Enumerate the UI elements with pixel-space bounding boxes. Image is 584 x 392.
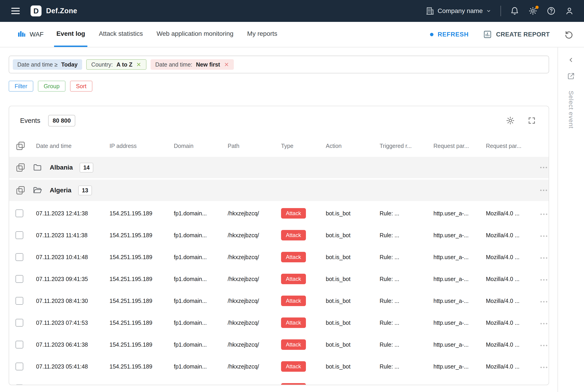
section-tabbar: WAF Event log Attack statistics Web appl…	[0, 22, 584, 48]
row-menu-icon[interactable]	[540, 342, 548, 348]
row-checkbox[interactable]	[16, 210, 23, 217]
topbar-divider	[500, 6, 501, 16]
row-menu-icon[interactable]	[540, 385, 548, 386]
cell-action: bot.is_bot	[326, 363, 380, 370]
cell-datetime: 07.11.2023 08:41:30	[36, 298, 110, 304]
cell-triggered-rule: Rule: ...	[380, 320, 433, 326]
row-checkbox[interactable]	[16, 253, 23, 261]
group-row-algeria[interactable]: Algeria 13	[9, 180, 549, 201]
table-row[interactable]: 07.11.2023 07:41:53 154.251.195.189 fp1.…	[9, 312, 549, 334]
hamburger-icon	[11, 6, 20, 16]
row-checkbox[interactable]	[16, 275, 23, 283]
bar-chart-icon	[483, 30, 492, 39]
gear-icon	[506, 116, 515, 125]
create-report-button[interactable]: CREATE REPORT	[483, 30, 550, 39]
cell-action: bot.is_bot	[326, 210, 380, 217]
account-button[interactable]	[565, 6, 574, 16]
select-all-icon[interactable]	[16, 141, 26, 151]
table-row[interactable]: 07.11.2023 12:41:38 154.251.195.189 fp1.…	[9, 202, 549, 224]
settings-button[interactable]	[528, 6, 537, 16]
column-header-action[interactable]: Action	[326, 143, 380, 149]
filter-chip-country-sort[interactable]: Country: A to Z	[86, 59, 146, 70]
table-settings-button[interactable]	[506, 116, 515, 125]
main-column: Date and time ≥ Today Country: A to Z Da…	[0, 48, 557, 392]
row-menu-icon[interactable]	[540, 363, 548, 370]
cell-triggered-rule: Rule: ...	[380, 254, 433, 260]
bell-icon	[510, 6, 519, 16]
table-row[interactable]: 07.11.2023 05:41:48 154.251.195.189 fp1.…	[9, 356, 549, 378]
filter-chip-date-sort[interactable]: Date and time: New first	[151, 59, 234, 70]
column-header-type[interactable]: Type	[281, 143, 326, 149]
attack-type-badge: Attack	[281, 361, 306, 372]
select-group-icon[interactable]	[16, 185, 26, 195]
row-menu-icon[interactable]	[540, 232, 548, 238]
open-panel-button[interactable]	[567, 72, 575, 80]
refresh-button[interactable]: REFRESH	[430, 31, 469, 38]
row-menu-icon[interactable]	[540, 298, 548, 304]
column-header-triggered-rule[interactable]: Triggered r...	[380, 143, 433, 149]
table-row[interactable]: 07.11.2023 11:41:38 154.251.195.189 fp1.…	[9, 224, 549, 246]
tab-attack-statistics[interactable]: Attack statistics	[97, 22, 145, 47]
waf-label: WAF	[30, 31, 44, 38]
column-header-ip[interactable]: IP address	[110, 143, 174, 149]
sort-button[interactable]: Sort	[70, 81, 92, 92]
column-header-datetime[interactable]: Date and time	[36, 143, 110, 149]
remove-chip-icon[interactable]	[224, 62, 229, 67]
row-checkbox[interactable]	[16, 341, 23, 348]
remove-chip-icon[interactable]	[136, 62, 141, 67]
table-row[interactable]: Attack	[9, 378, 549, 385]
group-menu-icon[interactable]	[539, 166, 549, 169]
group-name: Algeria	[50, 187, 71, 194]
cell-domain: fp1.domain...	[174, 320, 228, 326]
cell-request-params-1: http.user_a-...	[433, 298, 486, 304]
table-row[interactable]: 07.11.2023 10:41:48 154.251.195.189 fp1.…	[9, 246, 549, 268]
group-count-badge: 14	[80, 163, 93, 172]
tab-web-application-monitoring[interactable]: Web application monitoring	[154, 22, 236, 47]
select-group-icon[interactable]	[16, 162, 26, 172]
help-button[interactable]	[546, 6, 556, 16]
notifications-button[interactable]	[510, 6, 519, 16]
tab-event-log[interactable]: Event log	[54, 22, 87, 47]
filter-button[interactable]: Filter	[9, 81, 33, 92]
group-menu-icon[interactable]	[539, 189, 549, 192]
cell-path: /hkxzejbzcq/	[228, 363, 281, 370]
column-header-request-params-2[interactable]: Request par...	[486, 143, 539, 149]
row-menu-icon[interactable]	[540, 210, 548, 217]
row-checkbox[interactable]	[16, 319, 23, 326]
hamburger-menu-button[interactable]	[11, 6, 20, 16]
chip-value: Today	[61, 61, 78, 68]
table-row[interactable]: 07.11.2023 06:41:38 154.251.195.189 fp1.…	[9, 334, 549, 356]
row-checkbox[interactable]	[16, 362, 23, 370]
fullscreen-button[interactable]	[528, 116, 536, 125]
row-checkbox[interactable]	[16, 297, 23, 305]
row-menu-icon[interactable]	[540, 320, 548, 326]
reset-button[interactable]	[564, 30, 573, 39]
cell-path: /hkxzejbzcq/	[228, 342, 281, 348]
cell-datetime: 07.11.2023 05:41:48	[36, 363, 110, 370]
group-button[interactable]: Group	[38, 81, 66, 92]
column-header-path[interactable]: Path	[228, 143, 281, 149]
table-header: Date and time IP address Domain Path Typ…	[9, 135, 549, 157]
cell-request-params-1: http.user_a-...	[433, 342, 486, 348]
cell-domain: fp1.domain...	[174, 254, 228, 260]
filter-chip-date-today[interactable]: Date and time ≥ Today	[13, 59, 82, 70]
column-header-request-params-1[interactable]: Request par...	[433, 143, 486, 149]
row-checkbox[interactable]	[16, 231, 23, 239]
row-menu-icon[interactable]	[540, 276, 548, 282]
company-name: Company name	[438, 7, 483, 14]
group-row-albania[interactable]: Albania 14	[9, 157, 549, 178]
column-header-domain[interactable]: Domain	[174, 143, 228, 149]
cell-ip-address: 154.251.195.189	[110, 363, 174, 370]
expand-panel-button[interactable]	[567, 56, 574, 63]
table-row[interactable]: 07.11.2023 09:41:35 154.251.195.189 fp1.…	[9, 268, 549, 290]
table-row[interactable]: 07.11.2023 08:41:30 154.251.195.189 fp1.…	[9, 290, 549, 312]
tab-my-reports[interactable]: My reports	[245, 22, 279, 47]
attack-type-badge: Attack	[281, 252, 306, 262]
cell-datetime: 07.11.2023 06:41:38	[36, 342, 110, 348]
group-name: Albania	[50, 164, 73, 171]
row-checkbox[interactable]	[16, 384, 23, 385]
building-icon	[426, 6, 434, 15]
company-selector[interactable]: Company name	[426, 6, 491, 15]
row-menu-icon[interactable]	[540, 254, 548, 260]
waf-section-label: WAF	[18, 22, 44, 47]
